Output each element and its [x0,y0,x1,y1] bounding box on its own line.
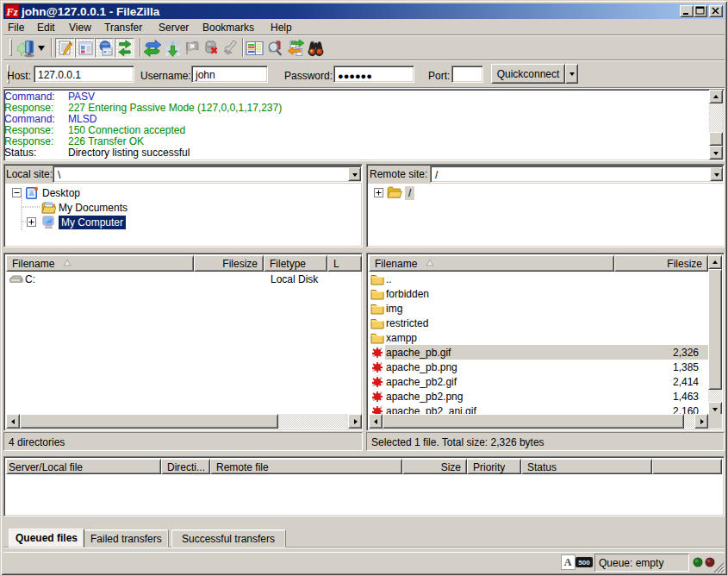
svg-text:A: A [564,556,572,568]
svg-text:500: 500 [578,559,590,567]
svg-text:Fz: Fz [5,5,19,18]
